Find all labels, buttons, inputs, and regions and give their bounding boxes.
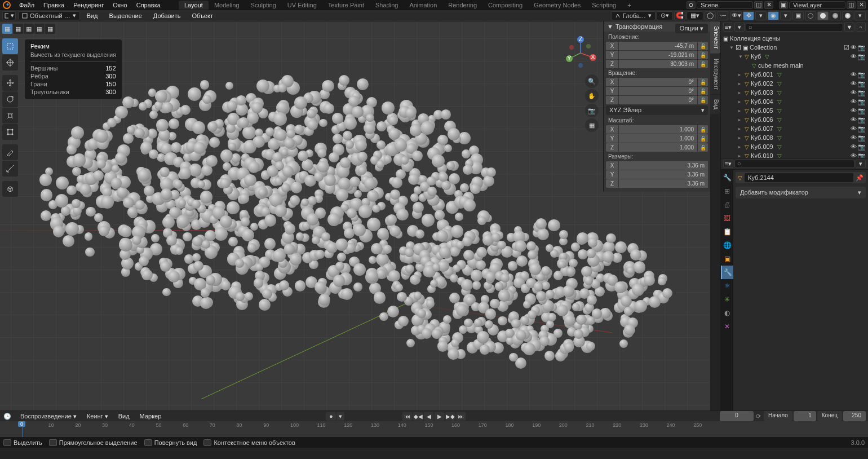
overlay-toggle[interactable]: ◉ — [768, 11, 779, 20]
property-tab[interactable]: ✕ — [721, 320, 733, 333]
value-field[interactable]: 30.903 m — [619, 60, 697, 68]
value-field[interactable]: 3.36 m — [619, 179, 708, 188]
viewlayer-name-field[interactable]: ViewLayer — [789, 1, 845, 9]
outliner-object[interactable]: ▸▽Куб.010▽👁📷 — [721, 151, 868, 158]
header-object[interactable]: Объект — [187, 11, 217, 20]
viewport-3d[interactable]: ▦ ▦ ▦ ▦ ▦ Режим Вычесть из текущего выде… — [0, 21, 710, 411]
current-frame-field[interactable]: 0 — [720, 411, 754, 421]
play-icon[interactable]: ▶ — [435, 412, 445, 421]
header-select[interactable]: Выделение — [105, 11, 147, 20]
property-tab[interactable]: 📋 — [721, 225, 733, 239]
outliner-object[interactable]: ▸▽Куб.009▽👁📷 — [721, 142, 868, 151]
proportional-toggle[interactable]: ◯ — [705, 11, 716, 20]
property-tab[interactable]: ✳ — [721, 293, 733, 306]
autokey-dropdown[interactable]: ▾ — [336, 412, 344, 421]
lock-icon[interactable]: 🔓 — [698, 78, 708, 86]
property-tab[interactable]: ⚛ — [721, 279, 733, 293]
workspace-tab-texturepaint[interactable]: Texture Paint — [322, 1, 370, 10]
snap-dropdown[interactable]: ▦▾ — [687, 11, 703, 20]
workspace-tab-animation[interactable]: Animation — [404, 1, 442, 10]
playhead[interactable] — [23, 421, 23, 437]
tool-cursor[interactable] — [2, 55, 18, 70]
add-modifier-dropdown[interactable]: Добавить модификатор▾ — [736, 187, 866, 198]
timeline-editor-type[interactable]: 🕒▾ — [2, 412, 14, 421]
select-mode-new[interactable]: ▦ — [2, 24, 12, 34]
outliner-search-input[interactable] — [746, 23, 843, 32]
viewlayer-delete-icon[interactable]: ✕ — [857, 1, 866, 9]
menu-help[interactable]: Справка — [132, 1, 165, 10]
workspace-tab-geonodes[interactable]: Geometry Nodes — [528, 1, 586, 10]
scene-name-field[interactable]: Scene — [697, 1, 753, 9]
timeline-playback-menu[interactable]: Воспроизведение ▾ — [17, 412, 80, 421]
workspace-tab-add[interactable]: + — [622, 1, 636, 10]
overlay-dropdown[interactable]: ▾ — [780, 11, 791, 20]
mode-dropdown[interactable]: Объектный …▾ — [18, 11, 80, 20]
header-add[interactable]: Добавить — [149, 11, 185, 20]
value-field[interactable]: 1.000 — [619, 125, 697, 134]
timeline-keying-menu[interactable]: Кеинг ▾ — [83, 412, 112, 421]
end-frame-field[interactable]: 250 — [843, 411, 866, 421]
lock-icon[interactable]: 🔓 — [698, 60, 708, 68]
outliner-object[interactable]: ▸▽Куб.008▽👁📷 — [721, 133, 868, 142]
object-name-field[interactable]: Куб.2144 — [745, 173, 853, 182]
workspace-tab-compositing[interactable]: Compositing — [482, 1, 528, 10]
n-tab-view[interactable]: Вид — [710, 95, 720, 114]
workspace-tab-layout[interactable]: Layout — [179, 1, 209, 10]
shading-solid[interactable] — [817, 11, 829, 20]
workspace-tab-shading[interactable]: Shading — [370, 1, 404, 10]
property-tab[interactable]: 🖨 — [721, 198, 733, 211]
property-tab[interactable]: ▣ — [721, 252, 733, 266]
property-tab[interactable]: 🌐 — [721, 239, 733, 252]
value-field[interactable]: 3.36 m — [619, 170, 708, 179]
outliner-collection[interactable]: ▼☑▣Collection☑👁📷 — [721, 43, 868, 52]
tool-move[interactable] — [2, 75, 18, 91]
camera-icon[interactable]: 📷 — [585, 104, 599, 117]
property-tab[interactable]: 🖼 — [721, 211, 733, 225]
keyframe-prev-icon[interactable]: ◆◀ — [413, 412, 423, 421]
scene-delete-icon[interactable]: ✕ — [764, 1, 773, 9]
properties-options[interactable]: ▾ — [856, 160, 866, 168]
timeline-track[interactable]: 0102030405060708090100110120130140150160… — [0, 421, 868, 437]
outliner-object[interactable]: ▸▽Куб.001▽👁📷 — [721, 70, 868, 79]
shading-rendered[interactable] — [842, 11, 853, 20]
outliner-object[interactable]: ▸▽Куб.007▽👁📷 — [721, 124, 868, 133]
options-dropdown[interactable]: Опции ▾ — [675, 24, 708, 33]
outliner-object[interactable]: ▸▽Куб.004▽👁📷 — [721, 97, 868, 106]
outliner-filter-icon[interactable]: ▼ — [844, 23, 854, 32]
workspace-tab-rendering[interactable]: Rendering — [442, 1, 482, 10]
gizmo-toggle[interactable]: ✥ — [743, 11, 754, 20]
value-field[interactable]: 1.000 — [619, 134, 697, 143]
rotation-mode-dropdown[interactable]: XYZ Эйлер▾ — [606, 105, 708, 115]
value-field[interactable]: 0° — [619, 96, 697, 104]
outliner-object[interactable]: ▸▽Куб.002▽👁📷 — [721, 79, 868, 88]
visibility-dropdown[interactable]: 👁▾ — [730, 11, 742, 20]
persp-icon[interactable]: ▦ — [585, 118, 599, 132]
shading-dropdown[interactable]: ▾ — [854, 11, 866, 20]
viewlayer-browse-icon[interactable]: ▣ — [779, 1, 788, 9]
start-frame-field[interactable]: 1 — [794, 411, 816, 421]
viewlayer-new-icon[interactable]: ◫ — [847, 1, 856, 9]
lock-icon[interactable]: 🔓 — [698, 96, 708, 104]
xray-toggle[interactable]: ▣ — [792, 11, 804, 20]
timeline-marker-menu[interactable]: Маркер — [136, 412, 165, 421]
property-tab[interactable]: ◐ — [721, 306, 733, 320]
gizmo-dropdown[interactable]: ▾ — [755, 11, 767, 20]
property-tab[interactable]: 🔧 — [721, 171, 733, 184]
workspace-tab-uv[interactable]: UV Editing — [282, 1, 322, 10]
select-mode-extend[interactable]: ▦ — [13, 24, 23, 34]
lock-icon[interactable]: 🔓 — [698, 42, 708, 50]
value-field[interactable]: -19.021 m — [619, 51, 697, 59]
orientation-dropdown[interactable]: Глоба…▾ — [611, 11, 656, 20]
autokey-toggle[interactable]: ● — [326, 412, 336, 421]
zoom-icon[interactable]: 🔍 — [585, 74, 599, 88]
jump-end-icon[interactable]: ⏭ — [456, 412, 466, 421]
snap-toggle[interactable]: 🧲 — [674, 11, 685, 20]
tool-scale[interactable] — [2, 108, 18, 123]
outliner-scene-collection[interactable]: ▣Коллекция сцены — [721, 34, 868, 43]
nav-gizmo[interactable]: Z X Y — [564, 36, 597, 70]
menu-window[interactable]: Окно — [108, 1, 132, 10]
pin-icon[interactable]: 📌 — [856, 174, 863, 182]
value-field[interactable]: -45.7 m — [619, 42, 697, 50]
tool-add-cube[interactable] — [2, 181, 18, 197]
properties-editor-type[interactable]: ≡▾ — [723, 160, 733, 168]
